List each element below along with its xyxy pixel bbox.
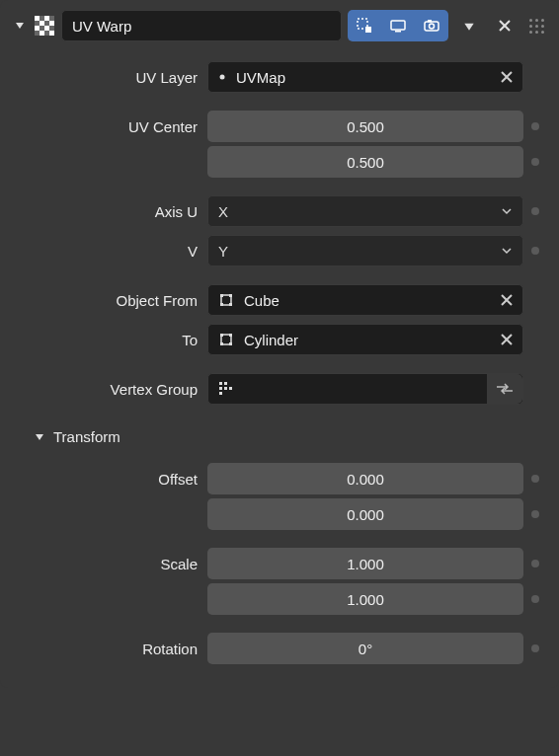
svg-rect-33	[229, 342, 232, 345]
svg-rect-27	[220, 303, 223, 306]
modifier-name-text: UV Warp	[72, 18, 131, 35]
svg-rect-30	[220, 334, 223, 337]
svg-rect-14	[44, 31, 49, 36]
svg-rect-2	[44, 16, 49, 21]
clear-object-to[interactable]	[501, 334, 513, 345]
rotation-pin[interactable]	[531, 644, 539, 652]
svg-rect-17	[365, 27, 371, 33]
offset-y[interactable]: 0.000	[207, 498, 523, 530]
clear-uv-layer[interactable]	[501, 71, 513, 83]
offset-label: Offset	[20, 471, 198, 488]
svg-rect-5	[40, 21, 44, 26]
axis-v-select[interactable]: Y	[207, 235, 523, 266]
transform-section-label: Transform	[53, 428, 120, 445]
axis-u-select[interactable]: X	[207, 195, 523, 227]
clear-object-from[interactable]	[501, 294, 513, 306]
uv-center-label: UV Center	[20, 118, 198, 135]
svg-rect-10	[44, 26, 49, 31]
svg-rect-7	[49, 21, 54, 26]
svg-rect-11	[49, 26, 54, 31]
scale-y-pin[interactable]	[531, 595, 539, 603]
svg-rect-39	[229, 387, 232, 390]
transform-section-toggle[interactable]: Transform	[34, 428, 539, 445]
scale-label: Scale	[20, 556, 198, 572]
axis-u-label: Axis U	[20, 203, 198, 220]
object-to-value: Cylinder	[244, 332, 298, 348]
scale-y[interactable]: 1.000	[207, 583, 523, 615]
svg-rect-3	[49, 16, 54, 21]
svg-rect-28	[229, 303, 232, 306]
object-icon	[218, 332, 234, 347]
object-to-label: To	[20, 332, 198, 348]
object-from-label: Object From	[20, 292, 198, 309]
axis-v-label: V	[20, 243, 198, 260]
drag-handle[interactable]	[525, 19, 547, 34]
svg-rect-18	[391, 21, 405, 30]
modifier-name-field[interactable]: UV Warp	[61, 10, 342, 41]
svg-rect-8	[35, 26, 40, 31]
dot-icon	[218, 73, 226, 81]
render-toggle[interactable]	[415, 10, 448, 41]
uv-center-y[interactable]: 0.500	[207, 146, 523, 178]
uv-layer-label: UV Layer	[20, 69, 198, 86]
svg-rect-37	[224, 387, 227, 390]
collapse-toggle[interactable]	[12, 18, 28, 34]
object-icon	[218, 292, 234, 308]
svg-rect-9	[40, 26, 44, 31]
edit-mode-toggle[interactable]	[348, 10, 381, 41]
object-from-field[interactable]: Cube	[207, 284, 523, 316]
chevron-down-icon	[501, 205, 513, 217]
uvwarp-icon	[34, 15, 55, 37]
svg-rect-22	[428, 20, 432, 23]
svg-rect-0	[35, 16, 40, 21]
svg-rect-12	[35, 31, 40, 36]
uv-layer-value: UVMap	[236, 69, 285, 86]
scale-x[interactable]: 1.000	[207, 548, 523, 579]
svg-rect-35	[224, 382, 227, 385]
object-to-field[interactable]: Cylinder	[207, 324, 523, 355]
svg-rect-34	[219, 382, 222, 385]
vertex-group-field[interactable]	[207, 373, 523, 405]
axis-u-pin[interactable]	[531, 207, 539, 215]
svg-rect-19	[395, 31, 401, 33]
chevron-down-icon	[501, 245, 513, 257]
scale-x-pin[interactable]	[531, 560, 539, 567]
offset-x[interactable]: 0.000	[207, 463, 523, 494]
object-from-value: Cube	[244, 292, 280, 309]
uv-layer-field[interactable]: UVMap	[207, 61, 523, 93]
uv-center-y-pin[interactable]	[531, 158, 539, 166]
svg-rect-13	[40, 31, 44, 36]
modifier-header: UV Warp	[2, 2, 557, 51]
vertex-group-label: Vertex Group	[20, 381, 198, 398]
visibility-buttons	[348, 10, 448, 41]
realtime-toggle[interactable]	[381, 10, 415, 41]
offset-x-pin[interactable]	[531, 475, 539, 483]
svg-rect-25	[220, 294, 223, 297]
svg-point-21	[430, 24, 435, 29]
svg-rect-31	[229, 334, 232, 337]
uv-center-x-pin[interactable]	[531, 122, 539, 130]
svg-rect-6	[44, 21, 49, 26]
svg-rect-26	[229, 294, 232, 297]
axis-v-pin[interactable]	[531, 247, 539, 255]
offset-y-pin[interactable]	[531, 510, 539, 518]
svg-rect-38	[219, 392, 222, 395]
svg-point-23	[220, 75, 225, 80]
rotation-label: Rotation	[20, 641, 198, 657]
vertex-group-invert[interactable]	[487, 374, 522, 404]
extras-menu[interactable]	[454, 10, 484, 41]
uv-center-x[interactable]: 0.500	[207, 111, 523, 142]
svg-rect-1	[40, 16, 44, 21]
svg-rect-15	[49, 31, 54, 36]
svg-rect-4	[35, 21, 40, 26]
svg-rect-32	[220, 342, 223, 345]
vertex-group-icon	[218, 381, 236, 397]
svg-rect-36	[219, 387, 222, 390]
delete-modifier[interactable]	[490, 10, 519, 41]
rotation-field[interactable]: 0°	[207, 633, 523, 664]
